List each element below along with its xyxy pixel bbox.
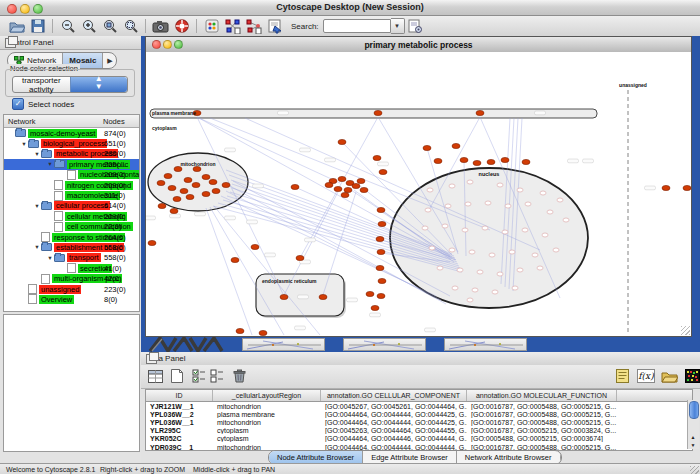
search-config-button[interactable] xyxy=(405,17,426,35)
layout-network-a-button[interactable] xyxy=(222,17,243,35)
table-row[interactable]: YJR121W__1mitochondrion[GO:0045267, GO:0… xyxy=(146,402,692,410)
table-row[interactable]: YKR052Ccytoplasm[GO:0044464, GO:0044446,… xyxy=(146,435,692,443)
search-input[interactable] xyxy=(323,19,391,33)
tree-row[interactable]: macromolecule311(0) xyxy=(4,190,139,200)
expand-arrow-icon[interactable]: ▼ xyxy=(20,141,28,147)
vizmapper-icon xyxy=(204,18,220,34)
formula-builder-button[interactable]: f(x) xyxy=(637,367,655,385)
minimized-network-window[interactable] xyxy=(242,338,325,351)
save-icon xyxy=(30,18,46,34)
help-button[interactable] xyxy=(171,17,192,35)
tree-row[interactable]: ▼transport558(0) xyxy=(4,253,139,263)
save-session-button[interactable] xyxy=(27,17,48,35)
zoom-out-button[interactable] xyxy=(57,17,78,35)
tree-row[interactable]: cellular metabolic209(0) xyxy=(4,211,139,221)
network-window-titlebar[interactable]: primary metabolic process xyxy=(146,37,691,53)
layout-network-b-button[interactable] xyxy=(243,17,264,35)
gene-node xyxy=(174,166,182,171)
zoom-selected-button[interactable] xyxy=(99,17,120,35)
tree-row[interactable]: ▼cellular process614(0) xyxy=(4,201,139,211)
gene-node xyxy=(193,166,201,171)
tree-row[interactable]: nitrogen compound209(0) xyxy=(4,180,139,190)
app-resize-grip[interactable] xyxy=(690,466,699,474)
select-attributes-button[interactable] xyxy=(146,367,164,385)
tree-row[interactable]: ▼establishment of loc558(0) xyxy=(4,242,139,252)
search-config-icon xyxy=(407,18,423,34)
annotation-button[interactable] xyxy=(613,367,631,385)
attribute-table[interactable]: ID_cellularLayoutRegionannotation.GO CEL… xyxy=(145,389,693,451)
zoom-fit-button[interactable] xyxy=(120,17,141,35)
gene-node xyxy=(509,250,515,254)
tree-row[interactable]: Overview8(0) xyxy=(4,294,139,304)
import-attributes-button[interactable] xyxy=(660,367,678,385)
life-ring-icon xyxy=(174,18,190,34)
expand-arrow-icon[interactable]: ▼ xyxy=(46,161,54,167)
tree-row[interactable]: secretion41(0) xyxy=(4,263,139,273)
table-row[interactable]: YLR295Ccytoplasm[GO:0045263, GO:0044464,… xyxy=(146,427,692,435)
network-window[interactable]: primary metabolic process plasma membran… xyxy=(145,36,692,337)
gene-node xyxy=(662,185,670,190)
unselect-all-attributes-button[interactable] xyxy=(208,367,226,385)
tree-row[interactable]: multi-organism proc42(0) xyxy=(4,273,139,283)
float-panel-icon[interactable] xyxy=(146,354,157,364)
gene-node xyxy=(168,185,176,190)
matrix-view-button[interactable] xyxy=(683,367,700,385)
expand-arrow-icon[interactable]: ▼ xyxy=(33,244,41,250)
column-header[interactable]: _cellularLayoutRegion xyxy=(213,390,321,401)
scroll-down-arrow[interactable]: ▼ xyxy=(688,441,698,449)
table-cell: cytoplasm xyxy=(213,435,321,442)
import-network-button[interactable] xyxy=(264,17,285,35)
tree-row-node-count: 614(0) xyxy=(104,201,126,210)
table-row[interactable]: YPL036W__2plasma membrane[GO:0044464, GO… xyxy=(146,410,692,418)
create-attribute-button[interactable] xyxy=(168,367,186,385)
tree-row[interactable]: cell communication22(0) xyxy=(4,222,139,232)
vizmapper-button[interactable] xyxy=(201,17,222,35)
gene-node xyxy=(180,188,188,193)
minimized-network-window[interactable] xyxy=(444,338,527,351)
table-cell: YDR039C__1 xyxy=(146,444,213,451)
more-tabs-button[interactable]: ▶ xyxy=(103,53,116,68)
network-graph[interactable]: plasma membranecytoplasmmitochondrionnuc… xyxy=(146,52,691,336)
window-titlebar[interactable]: Cytoscape Desktop (New Session) xyxy=(0,0,700,16)
zoom-in-button[interactable] xyxy=(78,17,99,35)
snapshot-button[interactable] xyxy=(150,17,171,35)
table-vertical-scrollbar[interactable]: ▲ ▼ xyxy=(687,400,699,449)
delete-attribute-button[interactable] xyxy=(230,367,248,385)
open-session-button[interactable] xyxy=(6,17,27,35)
tree-row[interactable]: ▼primary metabolic209(... xyxy=(4,159,139,169)
column-header[interactable]: ID xyxy=(146,390,213,401)
window-title: Cytoscape Desktop (New Session) xyxy=(0,2,700,12)
column-header[interactable]: annotation.GO MOLECULAR_FUNCTION xyxy=(467,390,617,401)
node-color-dropdown[interactable]: transporter activity ▲▼ xyxy=(12,76,128,93)
window-resize-grip[interactable] xyxy=(681,326,690,335)
tree-row[interactable]: response to stimulus264(0) xyxy=(4,232,139,242)
table-cell: [GO:0016787, GO:0005215, GO:0003824, G..… xyxy=(467,427,617,434)
float-panel-icon[interactable] xyxy=(5,38,16,48)
tree-row[interactable]: nucleobase-containing209(0) xyxy=(4,170,139,180)
minimized-network-window[interactable] xyxy=(343,338,426,351)
gene-node xyxy=(296,255,304,260)
tree-row-node-count: 209(0) xyxy=(104,181,126,190)
tree-row[interactable]: unassigned223(0) xyxy=(4,284,139,294)
expand-arrow-icon[interactable]: ▼ xyxy=(46,255,54,261)
search-dropdown-button[interactable]: ▼ xyxy=(391,18,405,34)
select-nodes-checkbox[interactable]: ✓ xyxy=(12,98,24,110)
select-all-attributes-button[interactable] xyxy=(190,367,208,385)
expand-arrow-icon[interactable]: ▼ xyxy=(33,203,41,209)
tree-row[interactable]: mosaic-demo-yeast874(0) xyxy=(4,128,139,138)
birdseye-view-panel[interactable] xyxy=(3,314,140,452)
gene-node xyxy=(192,182,200,187)
network-canvas[interactable]: plasma membranecytoplasmmitochondrionnuc… xyxy=(146,52,691,336)
tree-row[interactable]: ▼biological_process651(0) xyxy=(4,138,139,148)
table-row[interactable]: YPL036W__1mitochondrion[GO:0044464, GO:0… xyxy=(146,418,692,426)
attribute-table-header[interactable]: ID_cellularLayoutRegionannotation.GO CEL… xyxy=(146,390,692,402)
unchecked-list-icon xyxy=(210,369,224,383)
tree-row[interactable]: ▼metabolic process280(0) xyxy=(4,149,139,159)
column-header[interactable]: annotation.GO CELLULAR_COMPONENT xyxy=(321,390,467,401)
expand-arrow-icon[interactable]: ▼ xyxy=(33,151,41,157)
table-cell: [GO:0044464, GO:0044444, GO:0044425, G..… xyxy=(321,419,467,426)
tree-header: Network Nodes xyxy=(4,115,139,128)
select-nodes-label: Select nodes xyxy=(28,100,74,109)
scroll-up-arrow[interactable]: ▲ xyxy=(688,433,698,441)
scrollbar-thumb[interactable] xyxy=(689,401,699,419)
